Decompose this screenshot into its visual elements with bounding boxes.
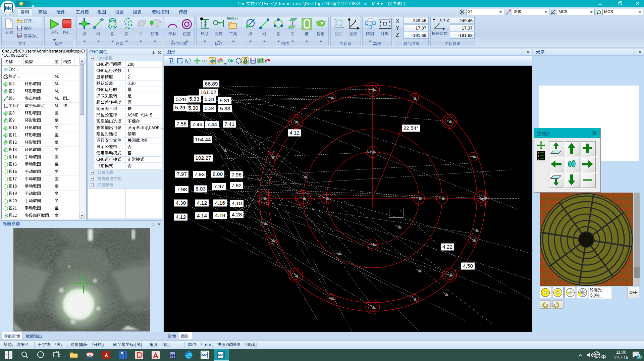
svg-text:7.98: 7.98 xyxy=(177,187,187,192)
svg-text:22.54°: 22.54° xyxy=(404,125,419,131)
svg-text:4.16: 4.16 xyxy=(215,200,225,206)
svg-text:102.27: 102.27 xyxy=(195,155,211,161)
svg-text:5.28: 5.28 xyxy=(176,96,186,102)
svg-text:7.96: 7.96 xyxy=(231,172,241,177)
svg-text:5.29: 5.29 xyxy=(175,105,185,110)
svg-text:8.03: 8.03 xyxy=(196,186,206,192)
svg-text:7.92: 7.92 xyxy=(231,183,241,188)
svg-text:OK: OK xyxy=(228,59,234,63)
svg-text:4.12: 4.12 xyxy=(197,200,207,206)
svg-text:4.30: 4.30 xyxy=(176,200,186,206)
svg-text:5.31: 5.31 xyxy=(205,96,215,102)
svg-text:4.18: 4.18 xyxy=(232,200,242,206)
svg-text:7.97: 7.97 xyxy=(214,184,224,189)
svg-text:X Y Z: X Y Z xyxy=(439,18,449,22)
svg-text:7.44: 7.44 xyxy=(207,121,217,127)
svg-text:154.44: 154.44 xyxy=(195,137,211,142)
svg-text:5.33: 5.33 xyxy=(220,106,230,111)
svg-text:161.62: 161.62 xyxy=(200,89,216,95)
svg-text:5.30: 5.30 xyxy=(188,105,199,111)
svg-text:4.22: 4.22 xyxy=(442,244,452,250)
svg-text:4.18: 4.18 xyxy=(215,212,225,218)
svg-text:5.34: 5.34 xyxy=(205,105,215,111)
svg-text:66.89: 66.89 xyxy=(205,81,218,87)
svg-text:4.12: 4.12 xyxy=(176,214,186,220)
svg-text:5.33: 5.33 xyxy=(189,96,199,102)
svg-text:5.31: 5.31 xyxy=(220,98,230,103)
svg-text:8.00: 8.00 xyxy=(213,171,223,177)
svg-text:Z: Z xyxy=(538,157,539,160)
svg-text:7.41: 7.41 xyxy=(224,121,234,127)
svg-text:4.14: 4.14 xyxy=(197,213,207,218)
svg-text:4.50: 4.50 xyxy=(463,263,473,269)
svg-text:7.97: 7.97 xyxy=(177,171,187,177)
svg-text:7.46: 7.46 xyxy=(192,121,202,127)
svg-text:7.93: 7.93 xyxy=(195,171,205,177)
svg-text:4.28: 4.28 xyxy=(232,212,242,217)
svg-text:7.56: 7.56 xyxy=(176,121,186,126)
svg-text:4.12: 4.12 xyxy=(289,130,300,136)
svg-text:XYZ: XYZ xyxy=(202,59,208,63)
